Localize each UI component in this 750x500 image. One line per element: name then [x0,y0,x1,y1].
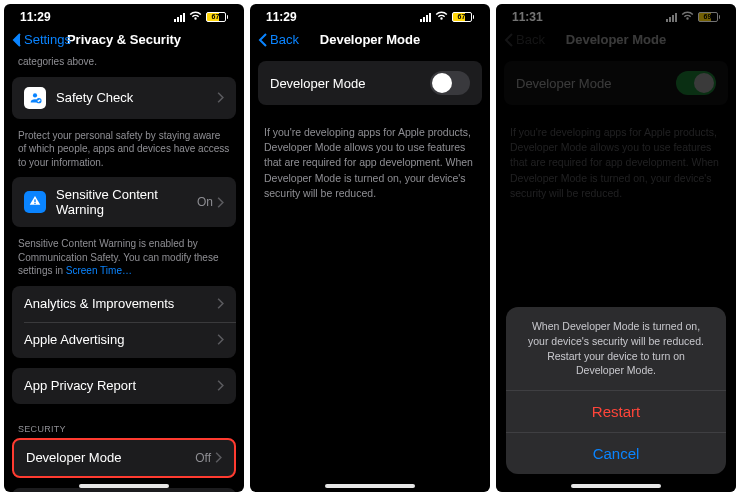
section-header-security: Security [4,414,244,438]
svg-rect-2 [34,199,35,202]
row-label: App Privacy Report [24,378,217,393]
phone-developer-mode-off: 11:29 67 Back Developer Mode Developer M… [250,4,490,492]
home-indicator[interactable] [571,484,661,488]
nav-bar: Back Developer Mode [250,26,490,55]
note-text: categories above. [4,55,244,77]
status-bar: 11:29 67 [4,4,244,26]
row-value: On [197,195,213,209]
phone-settings-privacy: 11:29 67 Settings Privacy & Security cat… [4,4,244,492]
chevron-right-icon [215,452,222,463]
chevron-right-icon [217,380,224,391]
restart-button[interactable]: Restart [506,391,726,432]
battery-icon: 67 [206,12,229,22]
row-developer-mode-toggle: Developer Mode [258,61,482,105]
description-text: If you're developing apps for Apple prod… [250,115,490,211]
chevron-right-icon [217,197,224,208]
sensitive-content-icon [24,191,46,213]
row-value: Off [195,451,211,465]
row-label: Apple Advertising [24,332,217,347]
status-time: 11:29 [20,10,51,24]
row-developer-mode[interactable]: Developer Mode Off [14,440,234,476]
row-label: Developer Mode [26,450,195,465]
developer-mode-toggle[interactable] [430,71,470,95]
note-text: Sensitive Content Warning is enabled by … [4,237,244,286]
sheet-message: When Developer Mode is turned on, your d… [506,307,726,391]
chevron-right-icon [217,298,224,309]
row-safety-check[interactable]: Safety Check [12,77,236,119]
row-app-privacy-report[interactable]: App Privacy Report [12,368,236,404]
phone-developer-mode-confirm: 11:31 69 Back Developer Mode Developer M… [496,4,736,492]
battery-icon: 67 [452,12,475,22]
back-button[interactable]: Back [258,32,299,47]
back-button[interactable]: Settings [12,32,71,47]
row-label: Analytics & Improvements [24,296,217,311]
chevron-right-icon [217,92,224,103]
note-text: Protect your personal safety by staying … [4,129,244,178]
chevron-right-icon [217,334,224,345]
status-bar: 11:29 67 [250,4,490,26]
svg-rect-3 [34,203,35,204]
row-sensitive-content[interactable]: Sensitive Content Warning On [12,177,236,227]
row-apple-advertising[interactable]: Apple Advertising [12,322,236,358]
screen-time-link[interactable]: Screen Time… [66,265,132,276]
svg-point-0 [33,93,37,97]
row-label: Safety Check [56,90,217,105]
page-title: Privacy & Security [67,32,181,47]
cancel-button[interactable]: Cancel [506,432,726,474]
wifi-icon [435,11,448,23]
row-analytics[interactable]: Analytics & Improvements [12,286,236,322]
nav-bar: Settings Privacy & Security [4,26,244,55]
row-label: Sensitive Content Warning [56,187,197,217]
action-sheet: When Developer Mode is turned on, your d… [506,307,726,474]
status-time: 11:29 [266,10,297,24]
home-indicator[interactable] [325,484,415,488]
safety-check-icon [24,87,46,109]
cellular-icon [174,13,185,22]
cellular-icon [420,13,431,22]
home-indicator[interactable] [79,484,169,488]
row-lockdown-mode[interactable]: Lockdown Mode Off [12,488,236,493]
row-label: Developer Mode [270,76,430,91]
page-title: Developer Mode [320,32,420,47]
wifi-icon [189,11,202,23]
